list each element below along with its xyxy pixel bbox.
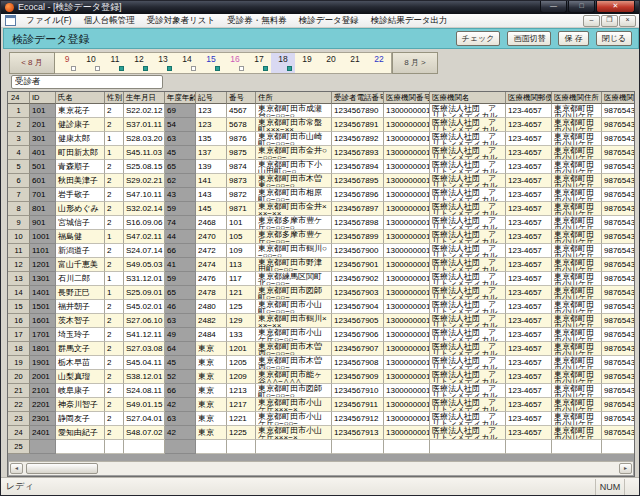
row-number-cell[interactable]: 21 — [8, 384, 30, 398]
cell-inst_no[interactable]: 1300000001 — [384, 272, 430, 286]
cell-kigo[interactable]: 2482 — [196, 314, 227, 328]
cell-inst_tel[interactable]: 9876543210 — [602, 286, 635, 300]
cell-age[interactable]: 52 — [165, 370, 196, 384]
cell-inst_name[interactable]: 医療法人社団 アリトンメディカルクリニック — [430, 398, 506, 412]
cell-birth[interactable]: S32.02.14 — [124, 202, 165, 216]
cell-id[interactable]: 1501 — [30, 300, 56, 314]
row-number-cell[interactable]: 15 — [8, 300, 30, 314]
cell-phone[interactable]: 1234567910 — [332, 384, 384, 398]
date-tab-10[interactable]: 10 — [79, 53, 103, 73]
column-header-age[interactable]: 年度年齢 — [165, 92, 196, 104]
cell-inst_name[interactable]: 医療法人社団 アリトンメディカルクリニック — [430, 146, 506, 160]
cell-inst_zip[interactable]: 123-4657 — [506, 384, 552, 398]
cell-inst_tel[interactable]: 9876543210 — [602, 230, 635, 244]
scrollbar-thumb[interactable] — [26, 463, 98, 474]
row-number-cell[interactable]: 20 — [8, 370, 30, 384]
cell-id[interactable]: 101 — [30, 104, 56, 118]
cell-inst_addr[interactable]: 東京都町田市小山ケ丘 — [552, 118, 602, 132]
date-tab-16[interactable]: 16 — [223, 53, 247, 73]
cell-name[interactable]: 山形めぐみ — [56, 202, 105, 216]
cell-bango[interactable]: 4567 — [227, 104, 256, 118]
cell-age[interactable]: 59 — [165, 202, 196, 216]
cell-inst_addr[interactable]: 東京都町田市小山ケ丘 — [552, 188, 602, 202]
cell-inst_name[interactable]: 医療法人社団 アリトンメディカルクリニック — [430, 314, 506, 328]
cell-bango[interactable]: 113 — [227, 258, 256, 272]
cell-address[interactable]: 東京都町田市成瀬台○−○○−○ — [256, 104, 332, 118]
close-button[interactable]: 閉じる — [596, 31, 632, 46]
cell-kigo[interactable]: 東京 — [196, 356, 227, 370]
cell-birth[interactable]: S45.04.11 — [124, 356, 165, 370]
cell-id[interactable]: 201 — [30, 118, 56, 132]
cell-kigo[interactable]: 2470 — [196, 230, 227, 244]
cell-bango[interactable]: 101 — [227, 216, 256, 230]
menu-item[interactable]: 検診結果データ出力 — [365, 15, 454, 27]
cell-age[interactable]: 66 — [165, 384, 196, 398]
cell-phone[interactable]: 1234567908 — [332, 356, 384, 370]
cell-inst_name[interactable]: 医療法人社団 アリトンメディカルクリニック — [430, 174, 506, 188]
cell-sex[interactable]: 2 — [105, 384, 124, 398]
cell-name[interactable]: 山梨真瑠 — [56, 370, 105, 384]
cell-inst_no[interactable]: 1300000001 — [384, 146, 430, 160]
cell-address[interactable]: 東京都町田市鶴川×××−×× — [256, 314, 332, 328]
cell-inst_addr[interactable]: 東京都町田市小山ケ丘 — [552, 146, 602, 160]
cell-name[interactable]: 福島健 — [56, 230, 105, 244]
cell-kigo[interactable] — [196, 440, 227, 454]
cell-birth[interactable]: S25.09.01 — [124, 286, 165, 300]
cell-inst_name[interactable]: 医療法人社団 アリトンメディカルクリニック — [430, 230, 506, 244]
cell-id[interactable]: 601 — [30, 174, 56, 188]
cell-id[interactable]: 701 — [30, 188, 56, 202]
cell-inst_no[interactable]: 1300000001 — [384, 132, 430, 146]
column-header-inst_no[interactable]: 医療機関番号 — [384, 92, 430, 104]
cell-inst_no[interactable] — [384, 440, 430, 454]
cell-address[interactable]: 東京都町田市小山ケ丘×××−× — [256, 398, 332, 412]
column-header-name[interactable]: 氏名 — [56, 92, 105, 104]
cell-sex[interactable] — [105, 440, 124, 454]
cell-inst_name[interactable]: 医療法人社団 アリトンメディカルクリニック — [430, 188, 506, 202]
cell-inst_tel[interactable] — [602, 440, 635, 454]
cell-sex[interactable]: 1 — [105, 286, 124, 300]
cell-address[interactable]: 東京都町田市山崎町○−○○−○ — [256, 132, 332, 146]
cell-id[interactable]: 1401 — [30, 286, 56, 300]
cell-inst_no[interactable]: 1300000001 — [384, 188, 430, 202]
cell-inst_no[interactable]: 1300000001 — [384, 160, 430, 174]
cell-inst_name[interactable]: 医療法人社団 アリトンメディカルクリニック — [430, 202, 506, 216]
cell-inst_zip[interactable]: 123-4657 — [506, 132, 552, 146]
prev-month-button[interactable]: < 8 月 — [9, 52, 55, 74]
cell-name[interactable]: 富山千恵美 — [56, 258, 105, 272]
cell-inst_tel[interactable]: 9876543210 — [602, 174, 635, 188]
cell-inst_zip[interactable]: 123-4657 — [506, 328, 552, 342]
cell-sex[interactable]: 2 — [105, 118, 124, 132]
cell-bango[interactable]: 1225 — [227, 426, 256, 440]
cell-inst_no[interactable]: 1300000001 — [384, 426, 430, 440]
cell-bango[interactable]: 121 — [227, 286, 256, 300]
cell-address[interactable]: 東京都町田市図師町○−○○− — [256, 286, 332, 300]
row-number-cell[interactable]: 3 — [8, 132, 30, 146]
cell-bango[interactable]: 133 — [227, 328, 256, 342]
cell-inst_name[interactable]: 医療法人社団 アリトンメディカルクリニック — [430, 272, 506, 286]
cell-address[interactable]: 東京都町田市木曽西○−○○−○ — [256, 342, 332, 356]
cell-id[interactable]: 1601 — [30, 314, 56, 328]
cell-inst_no[interactable]: 1300000001 — [384, 342, 430, 356]
cell-inst_name[interactable]: 医療法人社団 アリトンメディカルクリニック — [430, 216, 506, 230]
cell-inst_name[interactable]: 医療法人社団 アリトンメディカルクリニック — [430, 258, 506, 272]
cell-inst_name[interactable]: 医療法人社団 アリトンメディカルクリニック — [430, 342, 506, 356]
cell-birth[interactable]: S38.12.01 — [124, 370, 165, 384]
date-tab-22[interactable]: 22 — [367, 53, 391, 73]
cell-birth[interactable]: S49.01.15 — [124, 398, 165, 412]
cell-id[interactable]: 1001 — [30, 230, 56, 244]
cell-kigo[interactable]: 2472 — [196, 244, 227, 258]
cell-inst_no[interactable]: 1300000001 — [384, 300, 430, 314]
cell-sex[interactable]: 2 — [105, 104, 124, 118]
cell-inst_name[interactable]: 医療法人社団 アリトンメディカルクリニック — [430, 286, 506, 300]
scroll-left-arrow-icon[interactable]: ◂ — [10, 463, 23, 474]
cell-name[interactable]: 秋田美津子 — [56, 174, 105, 188]
cell-sex[interactable]: 1 — [105, 230, 124, 244]
cell-kigo[interactable]: 東京 — [196, 342, 227, 356]
cell-birth[interactable]: S22.02.12 — [124, 104, 165, 118]
cell-name[interactable]: 茨木智子 — [56, 314, 105, 328]
row-number-cell[interactable]: 10 — [8, 230, 30, 244]
cell-address[interactable]: 東京都町田市図師町○−○○−○ — [256, 384, 332, 398]
cell-inst_zip[interactable]: 123-4657 — [506, 202, 552, 216]
cell-sex[interactable]: 2 — [105, 370, 124, 384]
date-tab-21[interactable]: 21 — [343, 53, 367, 73]
